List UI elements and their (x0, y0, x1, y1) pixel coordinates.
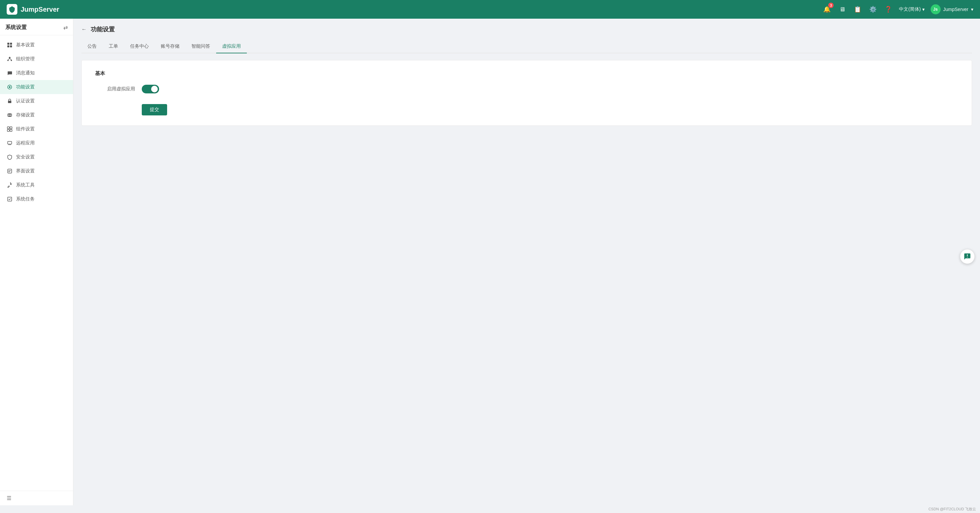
back-button[interactable]: ← (81, 26, 87, 32)
sidebar-item-org[interactable]: 组织管理 (0, 52, 73, 66)
username-label: JumpServer (943, 7, 968, 12)
clipboard-icon: 📋 (854, 6, 861, 13)
tab-ai-qa[interactable]: 智能问答 (185, 40, 216, 53)
help-btn[interactable]: ❓ (884, 5, 893, 14)
footer-watermark: CSDN @FIT2CLOUD 飞致云 (0, 505, 980, 513)
sidebar-item-label: 基本设置 (16, 42, 35, 48)
sidebar-bottom: ☰ (0, 491, 73, 505)
user-menu[interactable]: Js JumpServer ▾ (931, 4, 973, 14)
user-chevron-icon: ▾ (971, 7, 973, 12)
avatar-initials: Js (933, 7, 938, 12)
svg-rect-16 (10, 127, 12, 129)
sidebar-item-remote[interactable]: 远程应用 (0, 136, 73, 150)
svg-line-7 (8, 59, 10, 60)
sidebar-item-basic[interactable]: 基本设置 (0, 38, 73, 52)
svg-point-6 (11, 60, 12, 61)
sidebar-nav: 基本设置 组织管理 消息通知 (0, 35, 73, 491)
sidebar-item-label: 系统工具 (16, 182, 35, 188)
feature-icon (7, 84, 13, 90)
sidebar: 系统设置 ⇄ 基本设置 (0, 19, 73, 505)
logo-text: JumpServer (21, 6, 59, 13)
sidebar-item-security[interactable]: 安全设置 (0, 150, 73, 164)
grid-icon (7, 42, 13, 48)
page-title: 功能设置 (91, 25, 115, 33)
header-actions: 🔔 3 🖥 📋 ⚙️ ❓ 中文(简体) ▾ Js JumpServer ▾ (822, 4, 973, 14)
svg-rect-20 (8, 169, 12, 173)
sidebar-item-label: 界面设置 (16, 168, 35, 174)
svg-rect-18 (10, 129, 12, 131)
settings-btn[interactable]: ⚙️ (868, 5, 878, 14)
svg-point-5 (7, 60, 9, 61)
content-area: ← 功能设置 公告 工单 任务中心 账号存储 智能问答 虚拟应用 (73, 19, 980, 505)
notification-btn[interactable]: 🔔 3 (822, 5, 832, 14)
svg-rect-15 (7, 127, 10, 129)
logo-icon (7, 4, 18, 15)
watermark-text: CSDN @FIT2CLOUD 飞致云 (928, 507, 976, 511)
svg-rect-19 (8, 142, 12, 144)
svg-rect-21 (8, 170, 11, 171)
svg-rect-17 (7, 129, 10, 131)
tasks-icon (7, 196, 13, 202)
enable-toggle[interactable] (142, 85, 159, 93)
sidebar-toggle-btn[interactable]: ⇄ (64, 24, 68, 31)
sidebar-item-auth[interactable]: 认证设置 (0, 94, 73, 108)
message-icon (7, 70, 13, 76)
sidebar-header: 系统设置 ⇄ (0, 19, 73, 35)
storage-icon (7, 112, 13, 118)
auth-icon (7, 98, 13, 104)
sidebar-item-tools[interactable]: 系统工具 (0, 178, 73, 192)
sidebar-title: 系统设置 (5, 24, 27, 31)
settings-card: 基本 启用虚拟应用 提交 (81, 60, 972, 126)
float-chat-btn[interactable] (960, 249, 975, 264)
help-icon: ❓ (885, 6, 892, 13)
tab-ticket[interactable]: 工单 (103, 40, 124, 53)
sidebar-item-label: 远程应用 (16, 140, 35, 146)
tab-virtual-app[interactable]: 虚拟应用 (216, 40, 247, 53)
toggle-thumb (151, 86, 158, 92)
sidebar-item-tasks[interactable]: 系统任务 (0, 192, 73, 206)
sidebar-item-label: 消息通知 (16, 70, 35, 76)
sidebar-item-label: 组件设置 (16, 126, 35, 132)
svg-rect-0 (7, 43, 10, 45)
clipboard-btn[interactable]: 📋 (853, 5, 862, 14)
sidebar-item-storage[interactable]: 存储设置 (0, 108, 73, 122)
sidebar-item-component[interactable]: 组件设置 (0, 122, 73, 136)
svg-rect-2 (7, 45, 10, 47)
collapse-icon[interactable]: ☰ (7, 495, 11, 501)
submit-row: 提交 (95, 101, 958, 115)
sidebar-item-message[interactable]: 消息通知 (0, 66, 73, 80)
monitor-icon: 🖥 (839, 6, 845, 13)
gear-icon: ⚙️ (869, 6, 877, 13)
svg-rect-11 (8, 101, 11, 103)
svg-point-10 (9, 86, 11, 88)
sidebar-item-feature[interactable]: 功能设置 (0, 80, 73, 94)
svg-rect-3 (10, 45, 12, 47)
org-icon (7, 56, 13, 62)
tab-task-center[interactable]: 任务中心 (124, 40, 155, 53)
component-icon (7, 126, 13, 132)
sidebar-item-label: 组织管理 (16, 56, 35, 62)
tab-account-vault[interactable]: 账号存储 (155, 40, 185, 53)
avatar: Js (931, 4, 941, 14)
notification-badge: 3 (828, 3, 834, 8)
ui-icon (7, 168, 13, 174)
sidebar-item-label: 系统任务 (16, 196, 35, 202)
tools-icon (7, 182, 13, 188)
main-layout: 系统设置 ⇄ 基本设置 (0, 19, 980, 505)
app-header: JumpServer 🔔 3 🖥 📋 ⚙️ ❓ 中文(简体) ▾ Js Jump… (0, 0, 980, 19)
sidebar-item-label: 存储设置 (16, 112, 35, 118)
language-label: 中文(简体) (899, 6, 921, 12)
svg-point-4 (9, 57, 11, 59)
section-title: 基本 (95, 70, 958, 77)
chevron-down-icon: ▾ (922, 7, 924, 12)
tab-notice[interactable]: 公告 (81, 40, 103, 53)
logo: JumpServer (7, 4, 59, 15)
monitor-btn[interactable]: 🖥 (838, 5, 847, 14)
submit-button[interactable]: 提交 (142, 104, 167, 115)
sidebar-item-ui[interactable]: 界面设置 (0, 164, 73, 178)
page-header: ← 功能设置 (81, 25, 972, 33)
sidebar-item-label: 功能设置 (16, 84, 35, 90)
remote-icon (7, 140, 13, 146)
sidebar-item-label: 安全设置 (16, 154, 35, 160)
language-selector[interactable]: 中文(简体) ▾ (899, 6, 924, 12)
